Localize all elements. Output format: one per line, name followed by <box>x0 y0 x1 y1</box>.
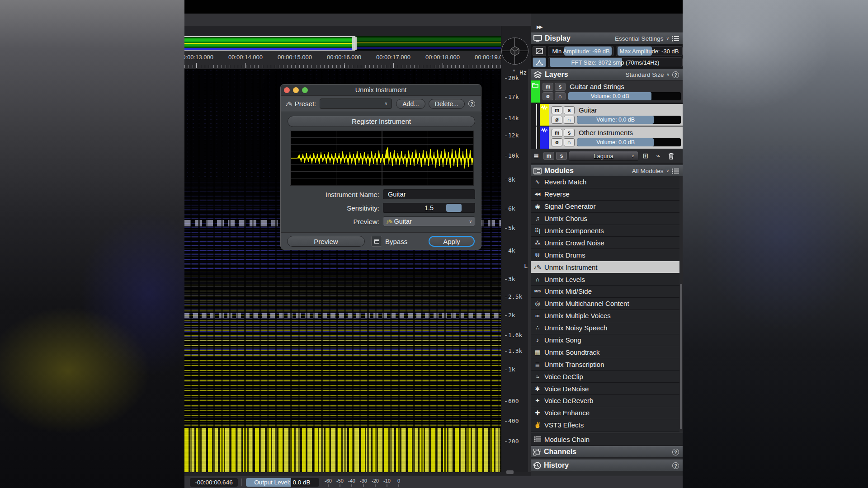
minimize-button[interactable] <box>293 87 299 93</box>
composite-view-icon[interactable]: ≣ <box>531 152 542 160</box>
preset-dropdown[interactable]: ∨ <box>320 99 392 109</box>
module-item-voice-enhance[interactable]: ✚Voice Enhance <box>531 407 683 419</box>
add-layer-icon[interactable]: ⊞ <box>640 152 651 160</box>
module-item-voice-dereverb[interactable]: ✦Voice DeReverb <box>531 395 683 407</box>
layer-name[interactable]: Guitar and Strings <box>570 83 624 90</box>
apply-button[interactable]: Apply <box>429 236 475 247</box>
module-item-unmix-components[interactable]: ⠿|Unmix Components <box>531 225 683 237</box>
max-amplitude-slider[interactable]: Max Amplitude: -30 dB <box>616 46 683 56</box>
layer-color-swatch[interactable] <box>540 104 549 126</box>
display-preset-dropdown[interactable]: Essential Settings <box>615 35 663 42</box>
frequency-axis[interactable]: ▼ Hz 20k 17k 14k 12k 10k 8k 6k 5k 4k 3k … <box>501 26 531 472</box>
layer-color-swatch[interactable] <box>540 127 549 149</box>
module-item-unmix-noisy-speech[interactable]: ∴Unmix Noisy Speech <box>531 322 683 334</box>
mute-button[interactable]: m <box>552 129 562 137</box>
mute-button[interactable]: m <box>543 152 554 160</box>
composite-selection-dropdown[interactable]: Laguna ∨ <box>569 151 638 161</box>
phase-button[interactable]: ø <box>542 92 553 100</box>
preset-delete-button[interactable]: Delete... <box>429 99 465 109</box>
module-item-unmix-multiple-voices[interactable]: ∞Unmix Multiple Voices <box>531 310 683 322</box>
sensitivity-handle[interactable] <box>446 204 462 212</box>
add-unmix-layer-icon[interactable]: ⌁ <box>653 152 664 160</box>
modules-filter-dropdown[interactable]: All Modules <box>632 168 664 174</box>
envelope-button[interactable]: ∩ <box>564 116 575 124</box>
module-item-vst3-effects[interactable]: ✌VST3 Effects <box>531 419 683 432</box>
module-item-voice-declip[interactable]: ≈Voice DeClip <box>531 371 683 383</box>
instrument-name-input[interactable]: Guitar <box>383 189 475 199</box>
preset-add-button[interactable]: Add... <box>396 99 425 109</box>
scrollbar-thumb[interactable] <box>506 470 514 474</box>
overview-unselected-region[interactable] <box>355 36 501 51</box>
overview-selection-handle[interactable] <box>352 37 357 50</box>
module-item-unmix-instrument[interactable]: ♪✎Unmix Instrument <box>531 261 683 273</box>
envelope-button[interactable]: ∩ <box>564 138 575 146</box>
amplitude-range-icon[interactable]: +− <box>533 46 546 56</box>
register-instrument-button[interactable]: Register Instrument <box>288 116 475 127</box>
layer-color-swatch[interactable] <box>531 80 540 103</box>
modules-scrollbar[interactable] <box>679 176 683 432</box>
history-help-icon[interactable]: ? <box>672 462 679 469</box>
solo-button[interactable]: s <box>564 106 575 114</box>
preview-button[interactable]: Preview <box>287 236 365 247</box>
close-button[interactable] <box>284 87 290 93</box>
module-item-signal-generator[interactable]: ◉Signal Generator <box>531 201 683 213</box>
solo-button[interactable]: s <box>555 83 566 91</box>
channels-panel-header[interactable]: Channels ? <box>531 446 683 458</box>
history-panel-header[interactable]: History ? <box>531 460 683 471</box>
zoom-button[interactable] <box>302 87 308 93</box>
module-item-unmix-multichannel-content[interactable]: ◎Unmix Multichannel Content <box>531 298 683 310</box>
volume-slider[interactable]: Volume: 0.0 dB <box>577 116 681 124</box>
dialog-title-bar[interactable]: Unmix Instrument <box>281 84 481 96</box>
module-item-voice-denoise[interactable]: ✱Voice DeNoise <box>531 383 683 395</box>
preview-dropdown[interactable]: ♪✎ Guitar ∨ <box>383 216 475 226</box>
module-item-unmix-soundtrack[interactable]: ▦Unmix Soundtrack <box>531 346 683 358</box>
layer-name[interactable]: Guitar <box>579 106 597 114</box>
layer-row-other-instruments[interactable]: m s Other Instruments ø ∩ Volume: 0.0 dB <box>531 127 683 149</box>
module-item-unmix-chorus[interactable]: ♫Unmix Chorus <box>531 213 683 225</box>
sensitivity-slider[interactable]: 1.5 <box>383 203 475 213</box>
module-item-unmix-crowd-noise[interactable]: ⁂Unmix Crowd Noise <box>531 237 683 249</box>
fast-forward-icon[interactable]: ▶▶ <box>537 24 542 29</box>
volume-slider[interactable]: Volume: 0.0 dB <box>577 138 681 146</box>
audio-overview-bar[interactable] <box>184 36 501 51</box>
layers-size-dropdown[interactable]: Standard Size <box>626 71 664 78</box>
phase-button[interactable]: ø <box>552 116 562 124</box>
module-item-unmix-drums[interactable]: ⋓Unmix Drums <box>531 249 683 261</box>
module-item-unmix-transcription[interactable]: ≣Unmix Transcription <box>531 358 683 371</box>
playhead-time-display[interactable]: -00:00:00.646 <box>190 478 238 487</box>
delete-layer-icon[interactable] <box>665 153 676 160</box>
modules-menu-icon[interactable] <box>672 168 679 174</box>
navigation-sphere-control[interactable] <box>501 38 528 65</box>
layers-help-icon[interactable]: ? <box>672 71 679 78</box>
output-level-control[interactable]: Output Level: 0.0 dB <box>246 478 319 487</box>
mute-button[interactable]: m <box>542 83 553 91</box>
module-item-reverse[interactable]: ◀◀Reverse <box>531 188 683 201</box>
solo-button[interactable]: s <box>556 152 567 160</box>
module-item-reverb-match[interactable]: ∿Reverb Match <box>531 176 683 188</box>
layer-row-guitar[interactable]: m s Guitar ø ∩ Volume: 0.0 dB <box>531 104 683 126</box>
fft-size-slider[interactable]: FFT Size: 3072 smp (70ms/14Hz) <box>548 57 683 67</box>
dialog-help-icon[interactable]: ? <box>468 100 475 107</box>
layer-name[interactable]: Other Instruments <box>579 129 633 136</box>
envelope-button[interactable]: ∩ <box>555 92 566 100</box>
display-menu-icon[interactable] <box>672 36 679 42</box>
time-ruler[interactable]: 00:00:13.000 00:00:14.000 00:00:15.000 0… <box>184 51 501 69</box>
volume-slider[interactable]: Volume: 0.0 dB <box>568 92 681 100</box>
phase-button[interactable]: ø <box>552 138 562 146</box>
layers-panel-header[interactable]: Layers Standard Size ∨ ? <box>531 69 683 80</box>
modules-scrollbar-thumb[interactable] <box>680 284 682 429</box>
channels-help-icon[interactable]: ? <box>672 449 679 455</box>
mute-button[interactable]: m <box>552 106 562 114</box>
layer-row-guitar-and-strings[interactable]: m s Guitar and Strings ø ∩ Volume: 0.0 d… <box>531 80 683 103</box>
overview-selected-region[interactable] <box>184 36 355 51</box>
modules-panel-header[interactable]: Modules All Modules ∨ <box>531 165 683 177</box>
solo-button[interactable]: s <box>564 129 575 137</box>
module-item-unmix-mid-side[interactable]: M/SUnmix Mid/Side <box>531 286 683 298</box>
min-amplitude-slider[interactable]: Min Amplitude: -99 dB <box>548 46 614 56</box>
module-item-unmix-levels[interactable]: ∩Unmix Levels <box>531 273 683 286</box>
modules-chain-item[interactable]: Modules Chain <box>531 433 683 446</box>
module-item-unmix-song[interactable]: ♪Unmix Song <box>531 334 683 347</box>
bypass-toggle[interactable] <box>371 236 382 247</box>
display-panel-header[interactable]: Display Essential Settings ∨ <box>531 33 683 44</box>
fft-window-icon[interactable] <box>533 57 546 67</box>
